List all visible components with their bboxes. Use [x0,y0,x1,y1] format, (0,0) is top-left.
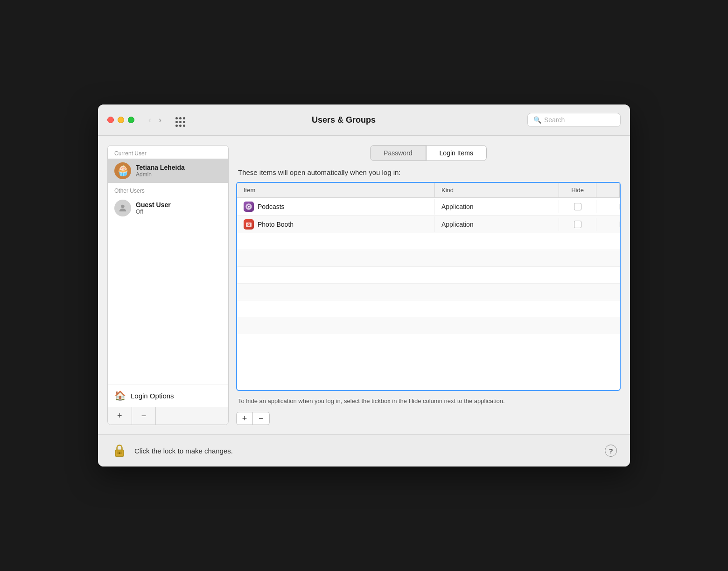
close-button[interactable] [107,117,114,123]
help-button[interactable]: ? [605,445,617,457]
podcasts-hide[interactable] [559,200,596,213]
photobooth-kind: Application [435,218,559,231]
sidebar-list: Current User 🧁 Tetiana Leheida Admin Oth… [108,146,228,384]
row-item-podcasts: Podcasts [237,199,435,215]
photobooth-label: Photo Booth [258,221,294,228]
avatar: 🧁 [114,162,131,179]
user-role: Admin [136,171,185,178]
svg-point-1 [248,206,250,208]
svg-point-10 [119,453,120,454]
empty-row [237,317,620,334]
tab-password[interactable]: Password [370,145,426,161]
tab-bar: Password Login Items [236,145,621,161]
lock-section[interactable]: Click the lock to make changes. [111,442,233,459]
other-users-header: Other Users [108,183,228,196]
titlebar: ‹ › Users & Groups 🔍 [98,104,630,136]
search-input[interactable] [544,116,615,124]
main-content: Current User 🧁 Tetiana Leheida Admin Oth… [98,136,630,434]
svg-point-0 [121,205,124,208]
lock-text: Click the lock to make changes. [134,447,233,455]
podcasts-extra [596,204,620,209]
photobooth-hide[interactable] [559,218,596,231]
toolbar-spacer [156,407,228,425]
window-title: Users & Groups [168,115,520,125]
minimize-button[interactable] [118,117,124,123]
svg-rect-7 [117,451,122,452]
col-header-extra [596,183,620,197]
current-user-item[interactable]: 🧁 Tetiana Leheida Admin [108,159,228,183]
add-user-button[interactable]: + [108,407,132,425]
maximize-button[interactable] [128,117,134,123]
sidebar: Current User 🧁 Tetiana Leheida Admin Oth… [107,145,229,425]
traffic-lights [107,117,134,123]
nav-arrows: ‹ › [146,114,164,126]
add-item-button[interactable]: + [236,412,253,425]
empty-row [237,267,620,284]
guest-user-name: Guest User [136,201,171,209]
empty-row [237,250,620,267]
photobooth-hide-checkbox[interactable] [574,221,581,228]
login-items-table: Item Kind Hide [236,182,621,391]
items-toolbar: + − [236,412,621,425]
col-header-kind: Kind [435,183,559,197]
photobooth-extra [596,222,620,227]
forward-button[interactable]: › [156,114,164,126]
hide-hint: To hide an application when you log in, … [238,397,619,406]
user-info: Tetiana Leheida Admin [136,164,185,178]
remove-item-button[interactable]: − [253,412,270,425]
row-item-photobooth: Photo Booth [237,216,435,232]
podcasts-label: Podcasts [258,203,285,210]
lock-icon [111,442,128,459]
search-box[interactable]: 🔍 [527,113,621,127]
guest-user-role: Off [136,209,171,215]
remove-user-button[interactable]: − [132,407,156,425]
back-button[interactable]: ‹ [146,114,154,126]
podcasts-kind: Application [435,200,559,213]
sidebar-toolbar: + − [108,407,228,425]
tab-login-items[interactable]: Login Items [426,145,487,161]
empty-rows [237,233,620,334]
svg-point-4 [248,224,250,225]
podcasts-hide-checkbox[interactable] [574,203,581,210]
login-items-description: These items will open automatically when… [236,168,621,176]
login-options-label: Login Options [131,392,174,400]
podcasts-icon [244,202,254,212]
photobooth-icon [244,219,254,230]
table-body: Podcasts Application [237,198,620,334]
empty-row [237,284,620,300]
guest-user-item[interactable]: Guest User Off [108,196,228,220]
current-user-header: Current User [108,146,228,159]
window: ‹ › Users & Groups 🔍 Current User 🧁 [98,104,630,467]
table-row: Podcasts Application [237,198,620,216]
table-row: Photo Booth Application [237,216,620,233]
search-icon: 🔍 [533,116,541,124]
guest-user-info: Guest User Off [136,201,171,215]
guest-avatar [114,200,131,216]
empty-row [237,233,620,250]
user-name: Tetiana Leheida [136,164,185,171]
col-header-hide: Hide [559,183,596,197]
home-icon: 🏠 [114,390,126,401]
footer: Click the lock to make changes. ? [98,434,630,467]
right-panel: Password Login Items These items will op… [236,145,621,425]
empty-row [237,300,620,317]
table-header: Item Kind Hide [237,183,620,198]
col-header-item: Item [237,183,435,197]
login-options-item[interactable]: 🏠 Login Options [108,384,228,407]
